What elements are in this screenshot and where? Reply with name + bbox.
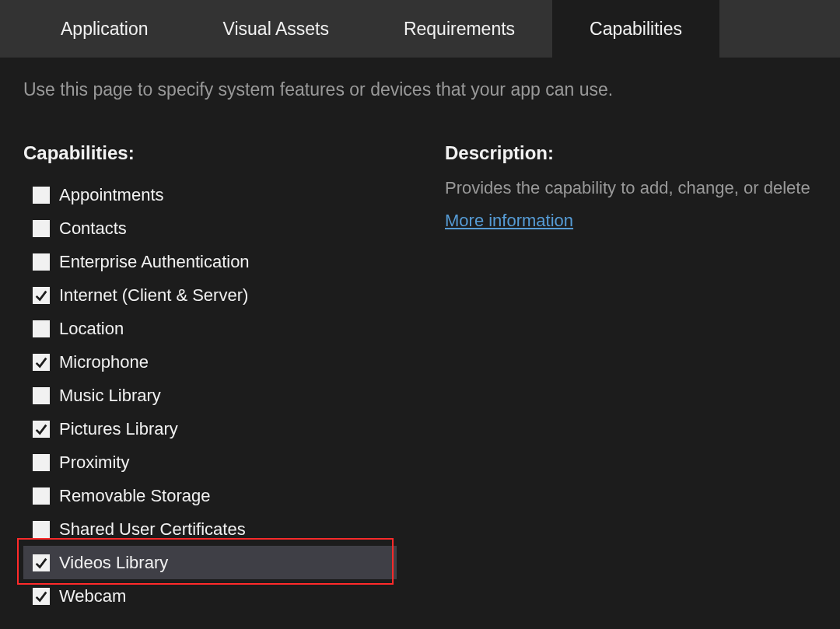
capability-label: Music Library	[59, 386, 161, 406]
tab-requirements[interactable]: Requirements	[366, 0, 552, 58]
capability-label: Location	[59, 319, 124, 339]
capability-label: Webcam	[59, 586, 126, 606]
capability-item[interactable]: Webcam	[23, 579, 397, 613]
checkbox[interactable]	[33, 588, 50, 605]
checkbox[interactable]	[33, 253, 50, 271]
capability-item[interactable]: Enterprise Authentication	[23, 245, 397, 278]
content-area: Capabilities: AppointmentsContactsEnterp…	[0, 100, 840, 613]
capability-item[interactable]: Removable Storage	[23, 479, 397, 512]
checkbox[interactable]	[33, 187, 50, 204]
capability-item[interactable]: Location	[23, 312, 397, 345]
capability-label: Contacts	[59, 218, 127, 239]
capability-item[interactable]: Music Library	[23, 379, 397, 412]
capability-item[interactable]: Internet (Client & Server)	[23, 278, 397, 312]
tab-visual-assets[interactable]: Visual Assets	[186, 0, 366, 58]
checkbox[interactable]	[33, 387, 50, 404]
capability-label: Internet (Client & Server)	[59, 285, 248, 306]
capability-item[interactable]: Shared User Certificates	[23, 512, 397, 546]
checkbox[interactable]	[33, 287, 50, 304]
checkbox[interactable]	[33, 421, 50, 438]
checkbox[interactable]	[33, 220, 50, 237]
checkbox[interactable]	[33, 454, 50, 471]
capability-label: Appointments	[59, 185, 164, 205]
capability-item[interactable]: Proximity	[23, 446, 397, 479]
capability-label: Enterprise Authentication	[59, 252, 250, 272]
checkbox[interactable]	[33, 487, 50, 505]
more-information-link[interactable]: More information	[445, 211, 573, 231]
capability-item[interactable]: Pictures Library	[23, 412, 397, 446]
checkbox[interactable]	[33, 320, 50, 337]
tabs-bar: Application Visual Assets Requirements C…	[0, 0, 840, 58]
description-column: Description: Provides the capability to …	[397, 142, 840, 613]
capability-label: Videos Library	[59, 553, 168, 573]
capability-label: Removable Storage	[59, 486, 210, 506]
capability-item[interactable]: Microphone	[23, 345, 397, 379]
capability-item[interactable]: Videos Library	[23, 546, 397, 579]
capabilities-list: AppointmentsContactsEnterprise Authentic…	[23, 178, 397, 613]
tab-capabilities[interactable]: Capabilities	[552, 0, 719, 58]
checkbox[interactable]	[33, 354, 50, 371]
capability-label: Microphone	[59, 352, 149, 372]
checkbox[interactable]	[33, 554, 50, 571]
capability-label: Proximity	[59, 453, 129, 473]
tab-application[interactable]: Application	[23, 0, 186, 58]
capability-label: Shared User Certificates	[59, 519, 246, 540]
page-description: Use this page to specify system features…	[0, 58, 840, 100]
description-text: Provides the capability to add, change, …	[445, 178, 840, 198]
capability-item[interactable]: Appointments	[23, 178, 397, 211]
capabilities-column: Capabilities: AppointmentsContactsEnterp…	[23, 142, 397, 613]
checkbox[interactable]	[33, 521, 50, 538]
description-heading: Description:	[445, 142, 840, 164]
capability-item[interactable]: Contacts	[23, 211, 397, 245]
capabilities-heading: Capabilities:	[23, 142, 397, 164]
capability-label: Pictures Library	[59, 419, 178, 439]
